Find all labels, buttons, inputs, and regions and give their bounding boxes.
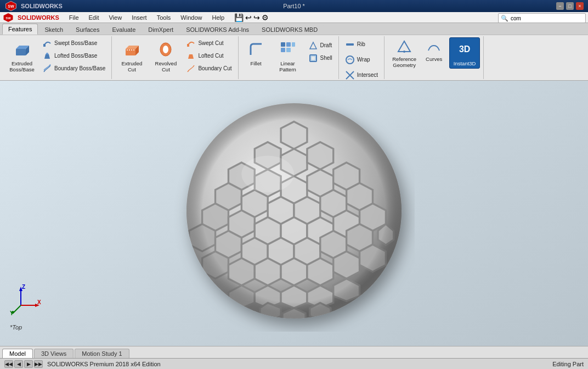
insert-menu[interactable]: Insert	[127, 13, 151, 22]
edit-menu[interactable]: Edit	[84, 13, 104, 22]
sw-logo-text: SOLIDWORKS	[21, 3, 63, 9]
rib-label: Rib	[357, 41, 365, 47]
status-left: ◀◀ ◀ ▶ ▶▶ SOLIDWORKS Premium 2018 x64 Ed…	[4, 360, 161, 368]
minimize-button[interactable]: −	[556, 2, 564, 10]
wrap-button[interactable]: Wrap	[342, 53, 381, 67]
nav-next-button[interactable]: ▶	[24, 360, 33, 368]
svg-point-37	[403, 51, 405, 53]
nav-last-button[interactable]: ▶▶	[34, 360, 43, 368]
svg-rect-21	[281, 42, 285, 47]
lofted-boss-button[interactable]: Lofted Boss/Base	[39, 50, 108, 62]
close-button[interactable]: ×	[576, 2, 584, 10]
tab-sketch[interactable]: Sketch	[38, 24, 69, 35]
revolved-cut-label: Revolved Cut	[152, 60, 179, 73]
nav-prev-button[interactable]: ◀	[14, 360, 23, 368]
fillet-icon	[246, 40, 266, 59]
tab-addins[interactable]: SOLIDWORKS Add-Ins	[180, 24, 255, 35]
revolved-cut-button[interactable]: Revolved Cut	[149, 37, 182, 75]
redo-icon[interactable]: ↪	[253, 13, 260, 22]
revolved-boss-button[interactable]: Revolved Boss/Base	[5, 76, 38, 80]
3d-model-view	[173, 90, 415, 332]
intersect-button[interactable]: Intersect	[342, 68, 381, 80]
instant3d-icon: 3D	[455, 40, 474, 59]
shell-button[interactable]: Shell	[306, 52, 335, 64]
svg-marker-8	[44, 54, 50, 59]
svg-rect-19	[187, 44, 189, 47]
svg-marker-9	[46, 53, 49, 54]
tab-motion-study[interactable]: Motion Study 1	[75, 349, 129, 358]
boundary-boss-button[interactable]: Boundary Boss/Base	[39, 63, 108, 75]
viewport[interactable]: Z X Y *Top	[0, 81, 588, 346]
lofted-cut-button[interactable]: Lofted Cut	[183, 50, 234, 62]
tab-evaluate[interactable]: Evaluate	[106, 24, 142, 35]
shell-icon	[308, 53, 318, 63]
linear-pattern-button[interactable]: Linear Pattern	[272, 37, 304, 75]
sw-logo-icon: SW	[4, 1, 18, 12]
help-menu[interactable]: Help	[207, 13, 229, 22]
axis-indicator: Z X Y	[10, 283, 48, 322]
curves-button[interactable]: Curves	[422, 37, 446, 64]
tab-mbd[interactable]: SOLIDWORKS MBD	[256, 24, 324, 35]
menu-bar: SW SOLIDWORKS File Edit View Insert Tool…	[0, 12, 588, 23]
draft-icon	[308, 41, 318, 51]
rib-icon	[345, 40, 355, 49]
boundary-cut-icon	[186, 64, 196, 74]
save-icon[interactable]: 💾	[234, 13, 244, 22]
wrap-label: Wrap	[357, 57, 370, 63]
svg-rect-22	[286, 42, 291, 47]
fillet-label: Fillet	[251, 60, 262, 66]
shell-label: Shell	[320, 55, 332, 61]
draft-button[interactable]: Draft	[306, 40, 335, 52]
axis-label: *Top	[10, 324, 22, 331]
svg-point-30	[346, 56, 354, 64]
extruded-cut-button[interactable]: Extruded Cut	[115, 37, 148, 75]
title-text: Part10 *	[283, 3, 305, 9]
intersect-icon	[345, 70, 355, 80]
menu-sw-label: SOLIDWORKS	[18, 14, 59, 21]
tab-3dviews[interactable]: 3D Views	[34, 349, 74, 358]
reference-group: Reference Geometry Curves 3D Instant3D	[385, 36, 484, 79]
lofted-boss-label: Lofted Boss/Base	[54, 53, 97, 59]
command-search: 🔍	[498, 13, 586, 23]
menu-sw-icon: SW	[2, 13, 14, 23]
file-menu[interactable]: File	[65, 13, 83, 22]
cut-group: Extruded Cut Hole Wizard Revolve	[112, 36, 238, 79]
features2-group: Rib Wrap Intersect	[339, 36, 385, 79]
options-icon[interactable]: ⚙	[262, 13, 269, 22]
status-bar: ◀◀ ◀ ▶ ▶▶ SOLIDWORKS Premium 2018 x64 Ed…	[0, 358, 588, 369]
intersect-label: Intersect	[357, 72, 378, 78]
extruded-cut-label: Extruded Cut	[118, 60, 145, 73]
svg-marker-20	[188, 54, 194, 59]
svg-rect-23	[292, 42, 295, 47]
swept-boss-icon	[42, 38, 52, 48]
nav-first-button[interactable]: ◀◀	[4, 360, 13, 368]
search-input[interactable]	[511, 15, 583, 21]
rib-button[interactable]: Rib	[342, 37, 381, 52]
undo-icon[interactable]: ↩	[245, 13, 252, 22]
view-menu[interactable]: View	[104, 13, 126, 22]
status-text: SOLIDWORKS Premium 2018 x64 Edition	[47, 361, 161, 367]
boundary-cut-button[interactable]: Boundary Cut	[183, 63, 234, 75]
title-bar: SW SOLIDWORKS Part10 * − □ ×	[0, 0, 588, 12]
swept-boss-button[interactable]: Swept Boss/Base	[39, 37, 108, 49]
extruded-boss-button[interactable]: Extruded Boss/Base	[5, 37, 38, 75]
maximize-button[interactable]: □	[566, 2, 574, 10]
boundary-boss-icon	[42, 64, 52, 74]
svg-rect-24	[281, 48, 285, 52]
tab-model[interactable]: Model	[2, 349, 33, 358]
reference-geometry-button[interactable]: Reference Geometry	[388, 37, 421, 71]
swept-boss-label: Swept Boss/Base	[54, 40, 97, 46]
extruded-boss-label: Extruded Boss/Base	[8, 60, 36, 73]
instant3d-button[interactable]: 3D Instant3D	[449, 37, 480, 69]
instant3d-label: Instant3D	[454, 60, 476, 66]
tab-surfaces[interactable]: Surfaces	[70, 24, 105, 35]
fillet-button[interactable]: Fillet	[242, 37, 270, 69]
wrap-icon	[345, 55, 355, 65]
window-menu[interactable]: Window	[176, 13, 206, 22]
swept-cut-button[interactable]: Swept Cut	[183, 37, 234, 49]
tab-features[interactable]: Features	[2, 24, 38, 35]
tools-menu[interactable]: Tools	[152, 13, 176, 22]
lofted-cut-icon	[186, 51, 196, 61]
hole-wizard-button[interactable]: Hole Wizard	[115, 76, 148, 80]
tab-dimxpert[interactable]: DimXpert	[142, 24, 179, 35]
